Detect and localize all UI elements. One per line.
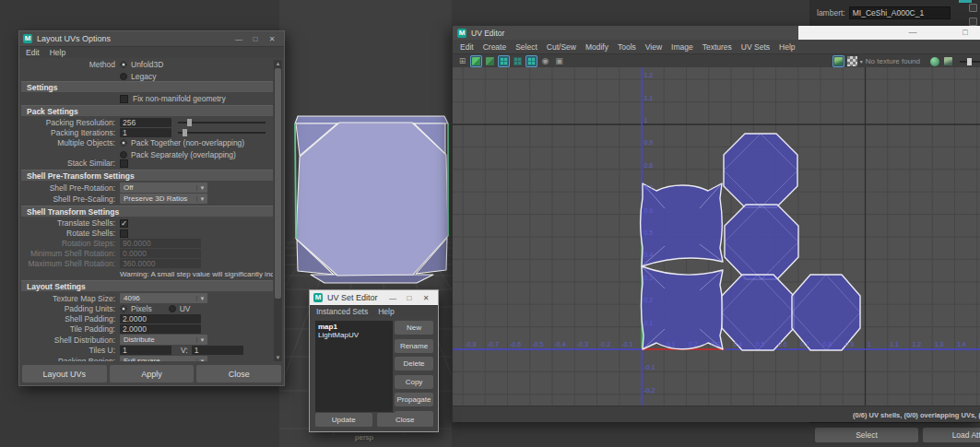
section-header-layout-settings[interactable]: Layout Settings	[21, 280, 273, 291]
menu-item-instanced-sets[interactable]: Instanced Sets	[316, 307, 368, 316]
dropdown-shell-distribution[interactable]: Distribute▼	[120, 335, 207, 345]
minimize-button[interactable]: —	[384, 294, 401, 302]
dropdown-texture-map-size[interactable]: 4096▼	[120, 293, 207, 303]
uv-set-item-map1[interactable]: map1	[318, 323, 390, 331]
uv-set-editor-titlebar[interactable]: M UV Set Editor — □ ✕	[310, 290, 438, 305]
text-field-tiles-u[interactable]: 1	[120, 346, 171, 355]
section-header-shell-transform-settings[interactable]: Shell Transform Settings	[21, 206, 273, 217]
grid-display-icon[interactable]	[512, 55, 524, 67]
menu-item-uv-sets[interactable]: UV Sets	[741, 42, 770, 52]
close-button[interactable]: Close	[377, 413, 434, 427]
uv-snapshot-icon[interactable]: ▣	[553, 55, 565, 67]
presets-icon[interactable]	[969, 18, 977, 26]
radio-option[interactable]: Legacy	[120, 72, 163, 81]
section-header-shell-pre-transform-settings[interactable]: Shell Pre-Transform Settings	[21, 170, 273, 181]
menu-item-cut-sew[interactable]: Cut/Sew	[547, 42, 576, 52]
menu-item-edit[interactable]: Edit	[460, 42, 474, 52]
minimize-button[interactable]: —	[904, 28, 921, 37]
radio-button[interactable]	[120, 151, 127, 159]
vertical-scrollbar[interactable]: ▲ ▼	[274, 60, 282, 361]
texture-dropdown-arrow-icon[interactable]: ▾	[860, 58, 863, 65]
propagate-button[interactable]: Propagate	[395, 393, 433, 406]
new-button[interactable]: New	[395, 321, 433, 335]
text-field-minimum-shell-rotation[interactable]: 0.0000	[120, 249, 201, 258]
dropdown-shell-pre-scaling[interactable]: Preserve 3D Ratios▼	[120, 194, 207, 204]
copy-button[interactable]: Copy	[395, 375, 433, 389]
scrollbar-thumb[interactable]	[275, 68, 281, 299]
material-name-field[interactable]: MI_CeShi_A000C_1	[849, 6, 950, 19]
radio-option[interactable]: UV	[169, 304, 191, 313]
menu-item-modify[interactable]: Modify	[585, 42, 608, 52]
radio-option[interactable]: Pack Separately (overlapping)	[120, 150, 244, 159]
radio-option[interactable]: Unfold3D	[120, 60, 163, 69]
slider-handle[interactable]	[183, 129, 187, 136]
uv-set-list[interactable]: map1LightMapUV	[315, 321, 393, 412]
minimize-button[interactable]: —	[230, 35, 247, 43]
baked-texture-icon[interactable]	[942, 55, 954, 67]
scroll-down-icon[interactable]: ▼	[274, 355, 282, 360]
text-field-shell-padding[interactable]: 2.0000	[120, 314, 201, 323]
text-field-tile-padding[interactable]: 2.0000	[120, 324, 201, 334]
checkbox-fix-non-manifold-geometry[interactable]	[120, 95, 128, 103]
chamfered-cube[interactable]	[295, 116, 448, 283]
image-dim-slider[interactable]	[960, 61, 980, 63]
uv-set-item-lightmapuv[interactable]: LightMapUV	[318, 331, 390, 339]
maximize-button[interactable]: □	[401, 294, 418, 302]
radio-option[interactable]: Pack Together (non-overlapping)	[120, 138, 244, 147]
layout-uvs-button[interactable]: Layout UVs	[22, 365, 107, 382]
select-button[interactable]: Select	[815, 428, 918, 442]
uv-shell[interactable]	[724, 134, 797, 207]
dropdown-shell-pre-rotation[interactable]: Off▼	[120, 182, 207, 193]
close-button[interactable]: ✕	[264, 35, 280, 43]
dropdown-packing-region[interactable]: Full square▼	[120, 356, 207, 361]
delete-button[interactable]: Delete	[395, 357, 433, 371]
text-field-rotation-steps[interactable]: 90.0000	[120, 239, 201, 248]
section-header-pack-settings[interactable]: Pack Settings	[21, 105, 273, 116]
menu-item-create[interactable]: Create	[483, 42, 507, 52]
shaded-uv-display-icon[interactable]	[470, 55, 482, 67]
menu-item-tools[interactable]: Tools	[618, 42, 636, 52]
apply-button[interactable]: Apply	[110, 365, 195, 382]
image-display-icon[interactable]	[832, 55, 844, 67]
radio-button[interactable]	[120, 73, 127, 80]
uv-shell[interactable]	[725, 205, 798, 279]
text-field-packing-iterations[interactable]: 1	[120, 128, 171, 137]
menu-item-edit[interactable]: Edit	[26, 48, 40, 57]
section-header-settings[interactable]: Settings	[21, 81, 273, 92]
selected-edge-left[interactable]	[295, 124, 296, 239]
uv-shell[interactable]	[722, 275, 794, 350]
checker-texture-icon[interactable]	[846, 55, 858, 67]
menu-item-help[interactable]: Help	[50, 48, 65, 57]
update-psd-icon[interactable]	[928, 55, 940, 67]
radio-button[interactable]	[169, 305, 176, 312]
layout-options-titlebar[interactable]: M Layout UVs Options — □ ✕	[19, 31, 284, 46]
menu-item-view[interactable]: View	[645, 42, 662, 52]
radio-button[interactable]	[120, 139, 127, 147]
radio-button[interactable]	[120, 305, 127, 312]
maximize-button[interactable]: □	[957, 28, 974, 37]
scroll-up-icon[interactable]: ▲	[274, 61, 282, 66]
radio-button[interactable]	[120, 61, 127, 68]
menu-item-textures[interactable]: Textures	[703, 42, 732, 52]
uv-shell[interactable]	[642, 266, 723, 349]
load-attributes-button[interactable]: Load Attributes	[923, 428, 980, 442]
focus-icon[interactable]	[969, 4, 977, 12]
radio-option[interactable]: Pixels	[120, 304, 152, 313]
text-field-packing-resolution[interactable]: 256	[120, 118, 171, 127]
checkbox-translate-shells[interactable]: ✓	[120, 219, 128, 228]
menu-item-help[interactable]: Help	[378, 307, 394, 316]
maximize-button[interactable]: □	[247, 35, 264, 43]
shade-selected-icon[interactable]: ◉	[539, 55, 551, 67]
uv-canvas[interactable]: -0.8-0.7-0.6-0.5-0.4-0.3-0.2-0.10.10.20.…	[453, 67, 980, 406]
uv-editor-titlebar[interactable]: M UV Editor — □	[453, 26, 980, 40]
rename-button[interactable]: Rename	[395, 339, 433, 353]
close-button[interactable]: ✕	[418, 294, 434, 302]
checkbox-rotate-shells[interactable]	[120, 229, 128, 238]
update-button[interactable]: Update	[315, 413, 372, 427]
uv-lattice-icon[interactable]: ⊞	[456, 55, 468, 67]
texture-borders-icon[interactable]	[498, 55, 510, 67]
checkbox-stack-similar[interactable]	[120, 159, 128, 168]
slider-packing-resolution[interactable]	[178, 122, 266, 124]
slider-handle[interactable]	[187, 119, 192, 126]
menu-item-image[interactable]: Image	[671, 42, 693, 52]
